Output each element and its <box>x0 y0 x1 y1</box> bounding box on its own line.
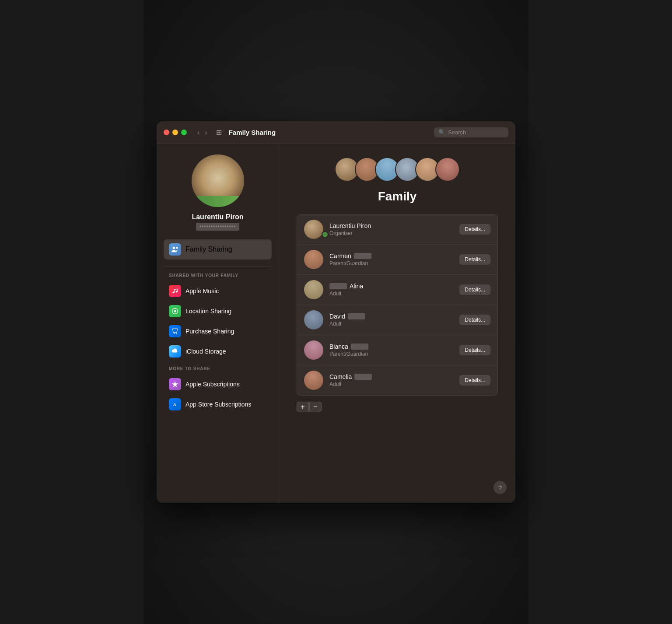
member-info-carmen: Carmen Parent/Guardian <box>329 252 459 266</box>
user-email: •••••••••••••••• <box>196 223 239 231</box>
svg-point-0 <box>173 247 175 249</box>
member-info-david: David Adult <box>329 313 459 327</box>
member-surname-blur <box>354 253 371 259</box>
sidebar-section-more-label: MORE TO SHARE <box>164 366 272 371</box>
sidebar: Laurentiu Piron •••••••••••••••• <box>157 144 279 503</box>
member-avatar-carmen <box>304 250 323 269</box>
titlebar: ‹ › ⊞ Family Sharing 🔍 <box>157 121 515 144</box>
member-name-first: Carmen <box>329 252 351 259</box>
details-button-alina[interactable]: Details... <box>459 284 490 295</box>
member-name-first-camelia: Camelia <box>329 373 352 380</box>
sidebar-divider-1 <box>164 266 272 267</box>
apple-subscriptions-icon <box>169 378 181 390</box>
member-avatar-camelia <box>304 371 323 390</box>
member-action-buttons: + − <box>297 402 322 412</box>
forward-arrow[interactable]: › <box>203 128 209 137</box>
svg-point-2 <box>172 291 174 293</box>
sidebar-item-location-sharing[interactable]: Location Sharing <box>164 301 272 321</box>
member-avatar-bianca <box>304 340 323 360</box>
family-sharing-icon <box>169 243 181 256</box>
svg-point-5 <box>174 310 176 312</box>
apple-music-label: Apple Music <box>186 287 219 294</box>
close-button[interactable] <box>164 130 169 135</box>
family-avatars-row <box>335 157 460 182</box>
table-row: Carmen Parent/Guardian Details... <box>297 245 497 275</box>
member-surname-blur-bianca <box>351 344 368 350</box>
apple-subscriptions-label: Apple Subscriptions <box>186 381 240 388</box>
app-store-subscriptions-label: App Store Subscriptions <box>186 401 251 408</box>
sidebar-item-family-sharing[interactable]: Family Sharing <box>164 239 272 259</box>
member-name-first-alina: Alina <box>350 283 363 290</box>
svg-point-11 <box>176 333 177 334</box>
add-member-button[interactable]: + <box>297 402 309 412</box>
member-info-laurentiu: Laurentiu Piron Organiser <box>329 222 459 236</box>
member-name-carmen: Carmen <box>329 252 459 259</box>
sidebar-item-icloud-storage[interactable]: iCloud Storage <box>164 342 272 361</box>
icloud-storage-icon <box>169 345 181 358</box>
main-content: Family Laurentiu Piron Organi <box>279 144 515 503</box>
window-title: Family Sharing <box>229 129 429 136</box>
sidebar-section-shared-label: SHARED WITH YOUR FAMILY <box>164 273 272 278</box>
member-surname-blur-alina <box>329 283 347 289</box>
member-avatar-alina <box>304 280 323 299</box>
details-button-camelia[interactable]: Details... <box>459 375 490 386</box>
member-name-camelia: Camelia <box>329 373 459 380</box>
search-input[interactable] <box>448 129 504 136</box>
details-button-laurentiu[interactable]: Details... <box>459 224 490 235</box>
member-role-bianca: Parent/Guardian <box>329 351 459 357</box>
table-row: Laurentiu Piron Organiser Details... <box>297 214 497 245</box>
nav-arrows: ‹ › <box>196 128 209 137</box>
member-name-first-bianca: Bianca <box>329 343 348 350</box>
sidebar-item-apple-music[interactable]: Apple Music <box>164 281 272 301</box>
member-avatar-wrapper <box>304 220 329 239</box>
grid-view-icon[interactable]: ⊞ <box>216 128 222 137</box>
app-window: ‹ › ⊞ Family Sharing 🔍 Laurentiu Piron •… <box>157 121 515 503</box>
minimize-button[interactable] <box>172 130 178 135</box>
fullscreen-button[interactable] <box>181 130 187 135</box>
purchase-sharing-icon <box>169 325 181 337</box>
sidebar-item-purchase-sharing[interactable]: Purchase Sharing <box>164 322 272 341</box>
back-arrow[interactable]: ‹ <box>196 128 201 137</box>
member-role-camelia: Adult <box>329 381 459 387</box>
member-surname-blur-david <box>348 313 365 319</box>
remove-member-button[interactable]: − <box>309 402 322 412</box>
member-name-text: Laurentiu Piron <box>329 222 371 229</box>
member-role-david: Adult <box>329 321 459 327</box>
family-title: Family <box>378 189 417 203</box>
app-store-subscriptions-icon: A <box>169 398 181 410</box>
sidebar-item-family-sharing-label: Family Sharing <box>186 245 232 253</box>
member-name-laurentiu: Laurentiu Piron <box>329 222 459 229</box>
member-role-carmen: Parent/Guardian <box>329 260 459 266</box>
svg-point-3 <box>176 291 178 293</box>
table-row: Bianca Parent/Guardian Details... <box>297 335 497 365</box>
member-name-david: David <box>329 313 459 320</box>
svg-point-1 <box>176 247 178 249</box>
member-avatar-david <box>304 310 323 330</box>
table-row: David Adult Details... <box>297 305 497 335</box>
traffic-lights <box>164 130 187 135</box>
sidebar-item-apple-subscriptions[interactable]: Apple Subscriptions <box>164 375 272 394</box>
sidebar-item-app-store-subscriptions[interactable]: A App Store Subscriptions <box>164 395 272 414</box>
table-row: Alina Adult Details... <box>297 275 497 305</box>
help-button[interactable]: ? <box>494 481 507 494</box>
apple-music-icon <box>169 285 181 297</box>
member-name-alina: Alina <box>329 283 459 290</box>
user-name: Laurentiu Piron <box>192 213 243 221</box>
member-avatar-laurentiu <box>304 220 323 239</box>
family-member-list: Laurentiu Piron Organiser Details... Car… <box>297 214 498 396</box>
table-row: Camelia Adult Details... <box>297 365 497 395</box>
member-info-bianca: Bianca Parent/Guardian <box>329 343 459 357</box>
details-button-carmen[interactable]: Details... <box>459 254 490 265</box>
member-info-alina: Alina Adult <box>329 283 459 297</box>
member-role-laurentiu: Organiser <box>329 230 459 236</box>
location-sharing-label: Location Sharing <box>186 308 231 315</box>
location-sharing-icon <box>169 305 181 317</box>
details-button-bianca[interactable]: Details... <box>459 345 490 355</box>
details-button-david[interactable]: Details... <box>459 315 490 325</box>
member-name-bianca: Bianca <box>329 343 459 350</box>
search-bar[interactable]: 🔍 <box>434 127 508 137</box>
member-info-camelia: Camelia Adult <box>329 373 459 387</box>
member-name-first-david: David <box>329 313 345 320</box>
icloud-storage-label: iCloud Storage <box>186 348 226 355</box>
member-surname-blur-camelia <box>354 374 372 380</box>
